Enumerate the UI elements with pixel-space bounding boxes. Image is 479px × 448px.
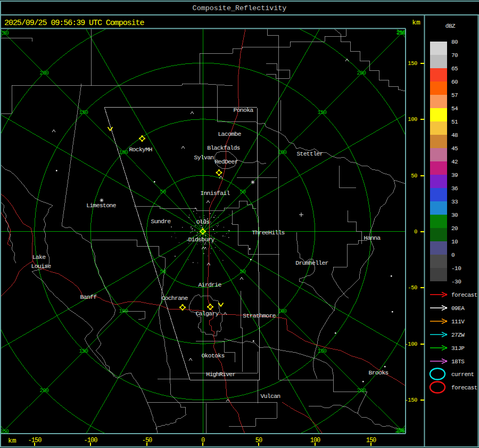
svg-text:30: 30 <box>451 212 458 218</box>
svg-text:250: 250 <box>395 428 404 434</box>
svg-text:Didsbury: Didsbury <box>188 236 214 243</box>
svg-text:54: 54 <box>451 105 458 112</box>
svg-text:150: 150 <box>79 109 88 116</box>
svg-text:57: 57 <box>451 92 458 99</box>
svg-text:50: 50 <box>160 268 166 275</box>
svg-text:Louise: Louise <box>31 263 52 270</box>
svg-text:150: 150 <box>318 109 327 116</box>
svg-text:50: 50 <box>411 173 417 179</box>
svg-text:Innisfail: Innisfail <box>200 190 230 197</box>
svg-text:Sylvan: Sylvan <box>194 154 214 161</box>
svg-text:0: 0 <box>451 252 455 258</box>
svg-text:100: 100 <box>278 149 287 156</box>
svg-text:Composite_Reflectivity: Composite_Reflectivity <box>193 4 287 12</box>
svg-text:111V: 111V <box>451 319 465 325</box>
svg-text:200: 200 <box>40 70 49 76</box>
svg-text:200: 200 <box>40 387 49 394</box>
svg-text:km: km <box>8 437 16 445</box>
svg-text:Olds: Olds <box>196 218 210 225</box>
svg-text:2025/09/25 09:56:39 UTC Compos: 2025/09/25 09:56:39 UTC Composite <box>4 19 144 28</box>
svg-text:36: 36 <box>451 185 458 192</box>
svg-text:Brooks: Brooks <box>369 369 389 376</box>
svg-text:50: 50 <box>240 268 246 275</box>
svg-text:km: km <box>412 19 420 27</box>
svg-text:150: 150 <box>318 348 327 354</box>
svg-text:250: 250 <box>397 29 406 36</box>
svg-text:Lacombe: Lacombe <box>218 131 241 137</box>
svg-text:-150: -150 <box>404 397 417 403</box>
svg-text:Airdrie: Airdrie <box>198 281 221 288</box>
svg-text:Drumheller: Drumheller <box>295 259 328 266</box>
svg-text:Hanna: Hanna <box>364 234 381 241</box>
svg-text:80: 80 <box>451 39 458 45</box>
svg-text:51: 51 <box>451 119 458 125</box>
svg-text:Stettler: Stettler <box>296 150 323 157</box>
svg-text:forecast: forecast <box>451 292 477 298</box>
svg-text:HighRiver: HighRiver <box>206 371 235 378</box>
svg-text:50: 50 <box>240 189 246 195</box>
svg-text:ThreeHills: ThreeHills <box>252 229 285 236</box>
svg-text:Cochrane: Cochrane <box>161 295 188 302</box>
svg-text:RockyMH: RockyMH <box>129 146 152 153</box>
svg-text:42: 42 <box>451 159 458 165</box>
svg-text:09EA: 09EA <box>451 305 465 312</box>
svg-text:Limestone: Limestone <box>86 202 116 209</box>
svg-text:-30: -30 <box>451 279 461 285</box>
svg-text:100: 100 <box>408 116 417 123</box>
svg-text:18TS: 18TS <box>451 359 465 365</box>
svg-text:Sundre: Sundre <box>151 218 171 225</box>
svg-text:65: 65 <box>451 66 458 72</box>
svg-text:39: 39 <box>451 172 458 178</box>
svg-text:150: 150 <box>408 60 417 67</box>
svg-text:0: 0 <box>414 229 417 235</box>
svg-text:RedDeer: RedDeer <box>214 158 237 165</box>
svg-text:250: 250 <box>0 30 9 36</box>
svg-text:50: 50 <box>160 189 166 195</box>
svg-text:-50: -50 <box>408 284 417 291</box>
svg-text:20: 20 <box>451 225 458 232</box>
svg-text:Banff: Banff <box>80 294 97 300</box>
svg-text:Calgary: Calgary <box>195 310 219 317</box>
svg-text:45: 45 <box>451 145 458 152</box>
svg-text:60: 60 <box>451 79 458 85</box>
svg-text:Lake: Lake <box>32 254 46 260</box>
svg-text:200: 200 <box>357 387 366 394</box>
svg-text:48: 48 <box>451 132 458 139</box>
svg-text:31JP: 31JP <box>451 345 465 352</box>
svg-text:dBZ: dBZ <box>445 23 456 29</box>
svg-text:current: current <box>451 371 474 378</box>
svg-text:100: 100 <box>119 308 128 314</box>
svg-text:100: 100 <box>278 308 287 314</box>
svg-text:Blackfalds: Blackfalds <box>207 144 240 151</box>
svg-text:Ponoka: Ponoka <box>234 107 254 113</box>
svg-text:33: 33 <box>451 199 458 205</box>
svg-text:Vulcan: Vulcan <box>261 393 280 400</box>
svg-text:150: 150 <box>79 348 88 354</box>
svg-text:Strathmore: Strathmore <box>243 312 276 319</box>
svg-text:-100: -100 <box>404 341 417 347</box>
svg-text:70: 70 <box>451 52 458 59</box>
svg-text:10: 10 <box>451 239 458 245</box>
svg-text:Okotoks: Okotoks <box>201 352 224 359</box>
svg-text:-10: -10 <box>451 265 461 272</box>
svg-text:forecast: forecast <box>451 385 477 391</box>
svg-text:200: 200 <box>357 70 366 76</box>
svg-text:100: 100 <box>119 149 128 156</box>
svg-text:27ZW: 27ZW <box>451 332 465 338</box>
